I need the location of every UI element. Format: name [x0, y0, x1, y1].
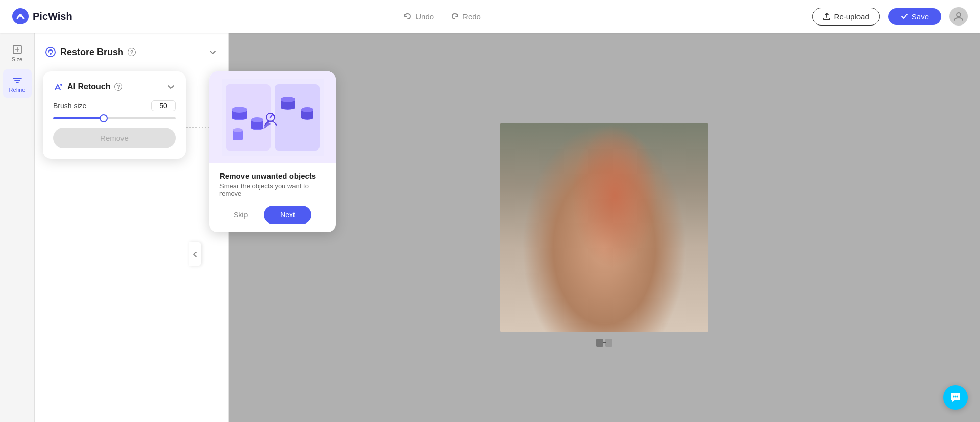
woman-photo	[500, 123, 708, 332]
user-icon	[953, 11, 964, 21]
reupload-icon	[823, 12, 831, 20]
avatar[interactable]	[949, 7, 968, 26]
ai-retouch-info-icon[interactable]: ?	[114, 83, 122, 91]
header: PicWish Undo Redo Re-upload	[0, 0, 980, 33]
restore-brush-icon	[45, 46, 56, 58]
sidebar: Size Refine	[0, 33, 35, 422]
svg-point-22	[281, 97, 295, 102]
undo-label: Undo	[415, 12, 434, 21]
slider-thumb[interactable]	[100, 114, 108, 122]
remove-label: Remove	[100, 134, 129, 142]
tooltip-illustration-svg	[222, 79, 324, 156]
sidebar-item-refine[interactable]: Refine	[3, 69, 32, 98]
svg-point-14	[232, 107, 247, 113]
svg-point-29	[957, 396, 958, 398]
svg-point-5	[50, 53, 52, 55]
tooltip-description: Smear the objects you want to remove	[219, 182, 326, 197]
brush-size-row: Brush size 50	[53, 100, 176, 111]
brush-size-value[interactable]: 50	[151, 100, 176, 111]
logo-icon	[12, 8, 29, 24]
restore-brush-title: Restore Brush ?	[45, 46, 136, 58]
ai-retouch-label: AI Retouch	[67, 82, 110, 91]
canvas-area	[229, 33, 980, 422]
svg-point-1	[19, 14, 22, 17]
redo-icon	[450, 12, 459, 21]
ai-retouch-collapse-icon[interactable]	[166, 82, 176, 91]
header-center: Undo Redo	[403, 12, 481, 21]
svg-point-27	[953, 396, 955, 398]
svg-point-4	[46, 47, 55, 57]
reupload-label: Re-upload	[834, 12, 869, 21]
svg-point-25	[301, 107, 313, 112]
header-right: Re-upload Save	[812, 7, 968, 26]
svg-point-28	[955, 396, 957, 398]
logo-text: PicWish	[33, 11, 72, 22]
restore-brush-header: Restore Brush ?	[35, 33, 228, 61]
svg-point-2	[957, 13, 961, 17]
skip-button[interactable]: Skip	[234, 211, 248, 219]
undo-icon	[403, 12, 412, 21]
tooltip-card: Remove unwanted objects Smear the object…	[209, 71, 336, 232]
chevron-left-icon	[192, 251, 198, 257]
svg-rect-7	[605, 339, 612, 347]
tooltip-actions: Skip Next	[219, 206, 326, 224]
tooltip-content: Remove unwanted objects Smear the object…	[209, 163, 336, 232]
logo[interactable]: PicWish	[12, 8, 72, 24]
sidebar-item-refine-label: Refine	[9, 87, 26, 93]
ai-retouch-header: AI Retouch ?	[53, 82, 176, 92]
ai-retouch-title: AI Retouch ?	[53, 82, 122, 92]
restore-brush-info-icon[interactable]: ?	[128, 48, 136, 56]
collapse-icon[interactable]	[208, 47, 218, 57]
tooltip-title: Remove unwanted objects	[219, 171, 326, 180]
svg-point-8	[60, 84, 62, 86]
compare-icon[interactable]	[596, 337, 612, 352]
svg-rect-6	[596, 339, 603, 347]
image-container	[500, 123, 708, 332]
save-button[interactable]: Save	[888, 8, 941, 25]
reupload-button[interactable]: Re-upload	[812, 8, 880, 26]
refine-icon	[12, 75, 23, 86]
svg-point-19	[233, 128, 243, 132]
next-button[interactable]: Next	[264, 206, 311, 224]
redo-button[interactable]: Redo	[450, 12, 481, 21]
brush-size-label: Brush size	[53, 102, 86, 110]
undo-button[interactable]: Undo	[403, 12, 434, 21]
save-label: Save	[912, 12, 929, 21]
slider-track	[53, 117, 176, 119]
chat-icon	[949, 391, 962, 404]
save-icon	[900, 12, 909, 20]
restore-brush-label: Restore Brush	[60, 47, 124, 58]
brush-size-slider[interactable]	[53, 117, 176, 119]
remove-button[interactable]: Remove	[53, 128, 176, 148]
redo-label: Redo	[462, 12, 481, 21]
sidebar-item-size[interactable]: Size	[3, 39, 32, 67]
svg-point-17	[251, 117, 263, 122]
ai-retouch-card: AI Retouch ? Brush size 50 Remove	[43, 71, 186, 159]
size-icon	[12, 44, 23, 55]
ai-retouch-icon	[53, 82, 63, 92]
main-image	[500, 123, 708, 332]
sidebar-item-size-label: Size	[12, 56, 22, 62]
panel-collapse-arrow[interactable]	[189, 242, 201, 266]
chat-widget[interactable]	[943, 385, 968, 410]
tooltip-illustration	[209, 71, 336, 163]
